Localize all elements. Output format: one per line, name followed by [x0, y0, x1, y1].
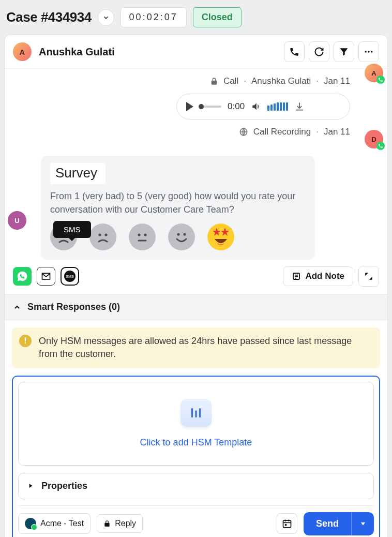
rating-5[interactable]: [207, 223, 234, 250]
properties-label: Properties: [41, 481, 87, 491]
send-row: Acme - Test Reply Send: [18, 505, 374, 535]
hsm-cta: Click to add HSM Template: [140, 437, 252, 448]
filter-button[interactable]: [334, 41, 354, 62]
hsm-warning: ! Only HSM messages are allowed as 24hrs…: [12, 327, 380, 368]
channel-badge-icon: [376, 142, 385, 150]
warning-text: Only HSM messages are allowed as 24hrs h…: [39, 335, 373, 361]
conversation-card: A Anushka Gulati A Call: [4, 35, 388, 537]
lock-icon: [210, 77, 218, 85]
channel-whatsapp[interactable]: [13, 267, 32, 286]
rating-3[interactable]: [129, 223, 156, 250]
rating-2[interactable]: [89, 223, 116, 250]
smart-responses-label: Smart Responses (0): [27, 302, 120, 312]
add-note-label: Add Note: [305, 271, 344, 281]
rating-4[interactable]: [168, 223, 195, 250]
audio-player[interactable]: 0:00: [176, 94, 350, 120]
lock-icon: [103, 520, 111, 527]
send-button[interactable]: Send: [304, 512, 351, 535]
svg-point-2: [371, 51, 372, 52]
message-avatar-u: U: [8, 211, 26, 230]
survey-question: From 1 (very bad) to 5 (very good) how w…: [50, 189, 306, 216]
calendar-icon: [282, 518, 292, 529]
refresh-icon: [314, 47, 324, 57]
recording-meta-row: Call Recording · Jan 11: [13, 120, 379, 144]
call-date: Jan 11: [324, 76, 350, 86]
svg-rect-22: [283, 520, 291, 527]
case-menu-button[interactable]: [98, 9, 114, 26]
channel-sms[interactable]: SMS: [61, 267, 79, 286]
reply-mode-picker[interactable]: Reply: [97, 514, 143, 533]
expand-icon: [364, 272, 373, 281]
svg-point-4: [98, 234, 101, 236]
add-note-button[interactable]: Add Note: [283, 266, 353, 286]
volume-icon[interactable]: [251, 101, 261, 112]
more-button[interactable]: [358, 41, 379, 62]
timer-chip: 00:02:07: [120, 7, 187, 27]
chevron-up-icon: [13, 303, 21, 311]
seek-bar[interactable]: [200, 106, 221, 108]
svg-marker-27: [360, 523, 365, 526]
recording-date: Jan 11: [324, 127, 350, 137]
account-picker[interactable]: Acme - Test: [18, 513, 91, 534]
template-icon: [180, 399, 212, 427]
case-title: Case #434934: [6, 9, 92, 25]
play-icon[interactable]: [186, 102, 193, 111]
volume-level-icon: [267, 102, 288, 111]
phone-icon: [289, 47, 299, 57]
svg-point-0: [365, 51, 367, 52]
meta-sep: ·: [244, 76, 246, 86]
call-by: Anushka Gulati: [251, 76, 311, 86]
contact-header: A Anushka Gulati: [5, 35, 387, 69]
expand-button[interactable]: [358, 266, 379, 287]
composer: Click to add HSM Template Properties Acm…: [12, 376, 380, 537]
recording-type: Call Recording: [253, 127, 311, 137]
timeline: A Call · Anushka Gulati · Jan 11 0:00: [5, 69, 387, 266]
audio-time: 0:00: [228, 101, 245, 112]
contact-avatar: A: [13, 42, 32, 61]
status-chip: Closed: [193, 7, 242, 27]
account-name: Acme - Test: [40, 519, 84, 528]
refresh-button[interactable]: [309, 41, 329, 62]
caret-right-icon: [27, 482, 34, 489]
caret-down-icon: [359, 520, 367, 527]
smart-responses-toggle[interactable]: Smart Responses (0): [5, 294, 387, 320]
top-bar: Case #434934 00:02:07 Closed: [0, 0, 392, 35]
survey-title-wrap: Survey: [50, 163, 105, 184]
svg-point-1: [368, 51, 369, 52]
channel-badge-icon: [376, 76, 385, 84]
download-button[interactable]: [294, 101, 305, 112]
warning-icon: !: [19, 335, 32, 347]
globe-icon: [239, 127, 248, 137]
message-avatar-d: D: [365, 130, 383, 148]
call-button[interactable]: [284, 41, 305, 62]
send-options-button[interactable]: [351, 512, 374, 535]
properties-toggle[interactable]: Properties: [18, 473, 374, 499]
svg-marker-21: [29, 484, 33, 488]
hsm-template-dropzone[interactable]: Click to add HSM Template: [18, 382, 374, 466]
send-split: Send: [304, 512, 374, 535]
reply-mode-label: Reply: [115, 519, 136, 528]
account-avatar-icon: [25, 518, 36, 529]
svg-point-7: [144, 234, 146, 236]
meta-sep: ·: [316, 127, 319, 137]
svg-point-11: [207, 223, 234, 250]
sms-icon: SMS: [64, 271, 76, 282]
call-type: Call: [223, 76, 238, 86]
schedule-button[interactable]: [277, 513, 297, 534]
survey-bubble: Survey From 1 (very bad) to 5 (very good…: [41, 156, 315, 260]
whatsapp-icon: [17, 271, 28, 282]
mail-icon: [41, 271, 51, 281]
avatar-letter: A: [371, 69, 376, 77]
call-meta-row: Call · Anushka Gulati · Jan 11: [13, 73, 379, 94]
filter-icon: [339, 47, 349, 57]
channel-email[interactable]: [37, 267, 55, 286]
svg-point-10: [183, 233, 186, 236]
sms-tooltip: SMS: [53, 221, 91, 238]
contact-name: Anushka Gulati: [39, 46, 277, 58]
channel-row: SMS Add Note: [5, 266, 387, 294]
avatar-letter: D: [371, 136, 376, 143]
svg-point-6: [138, 234, 140, 236]
svg-point-9: [177, 233, 179, 236]
meta-sep: ·: [316, 76, 319, 86]
note-icon: [292, 272, 301, 281]
